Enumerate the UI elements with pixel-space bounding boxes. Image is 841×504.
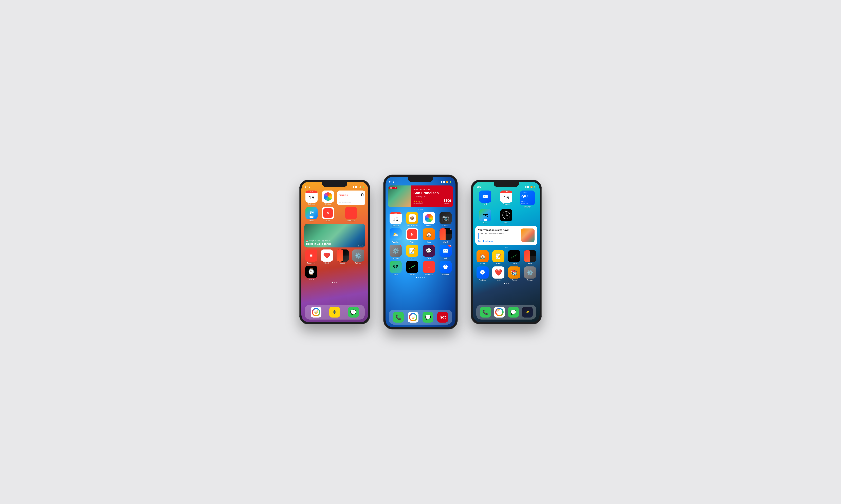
messages-dock-2[interactable]: 💬 [423,312,433,323]
phone-3: 9:41 ▋▋▋ 📶 🔋 ✉️ [471,180,542,324]
messages-dock-3[interactable]: 💬 [508,307,519,318]
status-icons-2: ▋▋▋ 📶 🔋 [441,180,452,183]
maps-3[interactable]: 🗺 I-280 Maps [475,209,495,224]
hotwire-dock-2[interactable]: hot [437,312,448,323]
cal-day-2: TUE [390,212,402,214]
mail-2[interactable]: ✉️ 8,280 Mail [438,245,453,259]
reminders-subtitle: No Reminders [339,202,364,204]
travel-2[interactable]: 🗺 Travel [388,261,403,275]
weather-city: Austin [521,192,533,194]
hotwire-title: San Francisco [413,191,451,195]
time-2: 9:41 [389,179,394,183]
settings-cell-1[interactable]: ⚙️ Settings [351,250,365,264]
hotwire-brand: Hotwire [388,209,453,210]
calendar-2[interactable]: TUE 15 Calendar [388,212,403,227]
news-label-1: News [326,220,330,221]
dock-3: 📞 🧭 💬 [476,305,536,320]
hotwire-unit: per night [444,203,451,204]
appdist-2[interactable]: 📦 App Distribution [405,212,420,227]
hotwire-widget[interactable]: 35% off WEEKEND GETAWAY San Francisco 🚗 … [388,185,453,207]
safari-dock-3[interactable]: 🧭 [494,307,505,318]
home-2[interactable]: 🏠 Home [421,228,436,243]
mail-3[interactable]: ✉️ Mail [475,191,495,205]
reminders-label-1: Reminders [347,220,355,221]
reminders-widget-1[interactable]: Reminders 0 No Reminders [337,191,365,205]
maps-app-1[interactable]: 🗺 I-280 Maps [304,207,319,221]
reminders-title: Reminders [339,194,348,196]
watch-cell-1[interactable]: ⌚ Watch [304,266,319,281]
reminders-cell-1[interactable]: ≡ Reminders [304,250,319,264]
photos-label-1: Photos [325,203,330,205]
cal-date-2: 15 [390,214,402,224]
expedia-title: Hotel in Lake Tahoe [306,242,363,246]
appstore-2[interactable]: 🅐 App Store [438,261,453,275]
vrbo-widget-3[interactable]: Your vacation starts now! Your check-in … [475,226,537,245]
dot-1 [332,282,333,283]
expedia-time: 4:00 PM [325,240,331,242]
wifi-icon-1: 📶 [359,186,361,188]
wallet-3[interactable]: Wallet [523,250,537,265]
reminders-2[interactable]: ≡ Reminders [421,261,436,275]
phone-dock-3[interactable]: 📞 [480,307,491,318]
weather-cond: Sunny [521,200,533,202]
vrbo-subtitle: Your check-in time is 4:00 PM [480,232,504,234]
signal-3: ▋▋▋ [526,186,530,188]
reminders-app-1[interactable]: ≡ Reminders [337,207,365,221]
home-3[interactable]: 🏠 Home [475,250,490,265]
hotwire-price: $109 [444,199,451,202]
camera-2[interactable]: 📷 Camera [438,212,453,227]
time-1: 9:41 [305,184,310,188]
vrbo-brand: Vrbo [475,247,537,249]
health-3[interactable]: ❤️ Health [491,267,505,281]
notes-3[interactable]: 📝 Notes [491,250,505,265]
health-cell-1[interactable]: ❤️ Health [320,250,334,264]
hotwire-drive: 🚗 11 min | 2 mi [413,196,451,198]
news-app-1[interactable]: N News [321,207,336,221]
wallet-2[interactable]: 1 Wallet [438,228,453,243]
photos-widget-1[interactable]: Photos [321,191,336,205]
photos-2[interactable]: Photos [421,212,436,227]
expedia-days: 7 days [309,240,314,242]
notch-3 [494,182,519,187]
expedia-temp: 80°F [317,240,321,242]
news-2[interactable]: N News [405,228,420,243]
expedia-widget-1[interactable]: 📅 7 days 🌡 80°F 🕓 4:00 PM Hotel in Lake … [304,224,365,248]
appstore-3[interactable]: 🅐 App Store [475,267,490,281]
hotwire-stars: ★★★★☆ [413,200,423,202]
battery-icon-1: 🔋 [362,186,364,188]
calendar-widget-1[interactable]: TUE 15 Calendar [304,191,319,205]
messages-dock-1[interactable]: 💬 [348,307,359,318]
slack-2[interactable]: 💬 1 Slack [421,245,436,259]
wifi-2: 📶 [446,181,449,183]
stocks-2[interactable]: Stocks [405,261,420,275]
expedia-dock-1[interactable]: ✈ [329,307,340,318]
vrbo-cta[interactable]: Get directions › [478,240,519,242]
safari-dock-1[interactable]: 🧭 [311,307,322,318]
calendar-label-1: Calendar [308,203,315,205]
phone-1: 9:41 ▋▋▋ 📶 🔋 TUE [299,180,370,324]
weather-2[interactable]: ⛅ Weather [388,228,403,243]
status-icons-1: ▋▋▋ 📶 🔋 [354,185,364,188]
dot-2 [334,282,335,283]
ibooks-3[interactable]: 📚 iBooks [507,267,521,281]
settings-2[interactable]: ⚙️ 1 Settings [388,245,403,259]
stocks-3[interactable]: Stocks [507,250,521,265]
wifi-3: 📶 [530,186,533,188]
safari-dock-2[interactable]: 🧭 [408,312,418,323]
notes-2[interactable]: 📝 Notes [405,245,420,259]
weather-widget-3[interactable]: Austin 95° Sunny H:100° L:85° Weather [517,191,537,208]
weather-hl: H:100° L:85° [521,202,533,204]
phones-container: 9:41 ▋▋▋ 📶 🔋 TUE [299,175,542,329]
maps-label-1: Maps [309,220,313,221]
reminders-count: 0 [361,192,364,198]
time-3: 9:41 [477,184,481,188]
wallet2-dock-3[interactable]: W [522,307,533,318]
calendar-3[interactable]: TUE 15 Calendar [496,191,516,205]
wallet-cell-1[interactable]: Wallet [336,250,350,264]
cal-date-1: 15 [306,193,317,203]
clock-3[interactable]: Clock [496,209,516,224]
signal-2: ▋▋▋ [441,181,445,183]
phone-dock-2[interactable]: 📞 [393,312,404,323]
dock-2: 📞 🧭 💬 [389,310,452,325]
settings-3[interactable]: ⚙️ Settings [523,267,537,281]
